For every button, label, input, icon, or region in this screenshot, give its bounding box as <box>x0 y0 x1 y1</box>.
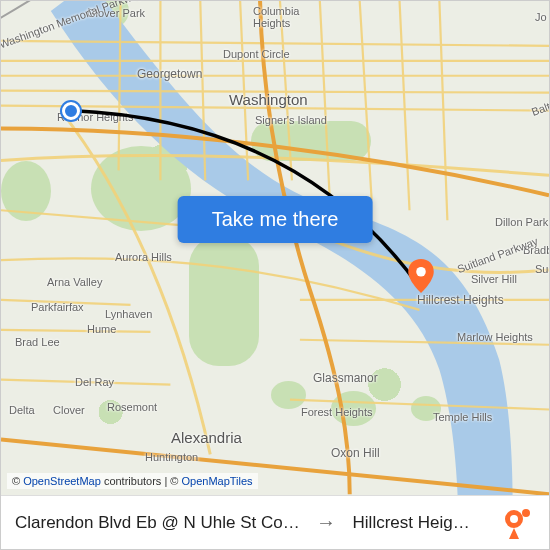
map-canvas[interactable]: Glover ParkColumbiaHeightsDupont CircleG… <box>1 1 549 549</box>
destination-marker <box>408 259 434 293</box>
moovit-logo[interactable] <box>493 500 539 546</box>
origin-label: Clarendon Blvd Eb @ N Uhle St Co… <box>15 513 300 533</box>
svg-point-3 <box>522 509 530 517</box>
take-me-there-button[interactable]: Take me there <box>178 196 373 243</box>
route-summary-bar: Clarendon Blvd Eb @ N Uhle St Co… → Hill… <box>1 495 549 549</box>
svg-point-0 <box>416 267 426 277</box>
svg-point-2 <box>510 515 518 523</box>
arrow-icon: → <box>316 511 336 534</box>
origin-marker <box>62 102 80 120</box>
openmaptiles-link[interactable]: OpenMapTiles <box>182 475 253 487</box>
map-container[interactable]: Glover ParkColumbiaHeightsDupont CircleG… <box>0 0 550 550</box>
destination-label: Hillcrest Heig… <box>353 513 483 533</box>
map-attribution: © OpenStreetMap contributors | © OpenMap… <box>7 473 258 489</box>
osm-link[interactable]: OpenStreetMap <box>23 475 101 487</box>
